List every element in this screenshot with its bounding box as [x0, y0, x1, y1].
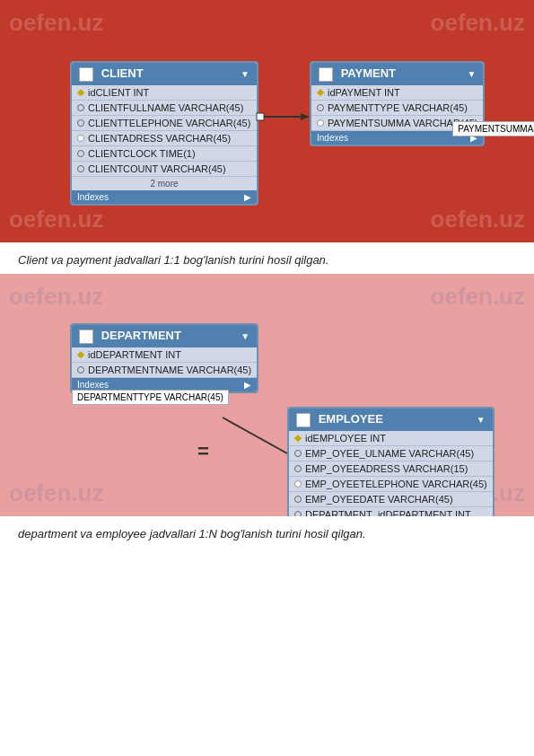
circle-icon-e4: [294, 496, 302, 503]
client-more[interactable]: 2 more: [72, 177, 257, 190]
dept-header: DEPARTMENT ▼: [72, 325, 257, 347]
client-table: CLIENT ▼ ◆ idCLIENT INT CLIENTFULLNAME V…: [70, 61, 258, 206]
client-field-name-3: CLIENTADRESS VARCHAR(45): [88, 133, 231, 144]
key-icon-d0: ◆: [77, 349, 84, 359]
circle-open-icon-e3: [294, 480, 302, 488]
emp-field-name-4: EMP_OYEEDATE VARCHAR(45): [305, 494, 453, 505]
emp-field-name-0: idEMPLOYEE INT: [305, 433, 386, 444]
watermark4: oefen.uz: [431, 206, 525, 233]
payment-arrow: ▼: [468, 69, 477, 79]
watermark2: oefen.uz: [431, 9, 525, 37]
watermark6: oefen.uz: [431, 283, 525, 311]
caption2-text: department va employee jadvallari 1:N bo…: [18, 527, 366, 541]
dept-field-name-1: DEPARTMENTNAME VARCHAR(45): [88, 365, 251, 375]
emp-field-name-2: EMP_OYEEADRESS VARCHAR(15): [305, 463, 468, 474]
emp-field-name-3: EMP_OYEETELEPHONE VARCHAR(45): [305, 479, 487, 489]
dept-field-1: DEPARTMENTNAME VARCHAR(45): [72, 363, 257, 378]
payment-table-header: PAYMENT ▼: [311, 63, 483, 85]
emp-icon: [296, 413, 311, 427]
circle-icon-2: [77, 119, 84, 127]
payment-table: PAYMENT ▼ ◆ idPAYMENT INT PAYMENTTYPE VA…: [310, 61, 485, 146]
emp-field-3: EMP_OYEETELEPHONE VARCHAR(45): [289, 477, 493, 492]
employee-table: EMPLOYEE ▼ ◆ idEMPLOYEE INT EMP_OYEE_ULN…: [287, 407, 495, 516]
payment-tooltip: PAYMENTSUMMA VARCHAR(45): [452, 121, 534, 136]
payment-field-name-1: PAYMENTTYPE VARCHAR(45): [328, 102, 468, 113]
svg-line-3: [223, 418, 287, 453]
caption2-area: department va employee jadvallari 1:N bo…: [0, 516, 534, 548]
dept-icon: [79, 330, 93, 344]
emp-header: EMPLOYEE ▼: [289, 409, 493, 431]
emp-field-name-1: EMP_OYEE_ULNAME VARCHAR(45): [305, 448, 474, 459]
circle-icon-e5: [294, 511, 302, 516]
client-field-name-4: CLIENTCLOCK TIME(1): [88, 148, 196, 159]
client-field-name-1: CLIENTFULLNAME VARCHAR(45): [88, 102, 243, 113]
circle-icon-e2: [294, 465, 302, 472]
emp-field-name-5: DEPARTMENT_idDEPARTMENT INT: [305, 509, 471, 516]
payment-field-1: PAYMENTTYPE VARCHAR(45): [311, 101, 483, 116]
svg-marker-1: [301, 113, 310, 120]
payment-field-0: ◆ idPAYMENT INT: [311, 85, 483, 101]
dept-title: DEPARTMENT: [101, 329, 181, 342]
panel1: oefen.uz oefen.uz oefen.uz oefen.uz CLIE…: [0, 0, 534, 242]
caption1-area: Client va payment jadvallari 1:1 bog'lan…: [0, 242, 534, 274]
circle-open-icon-p2: [317, 119, 324, 127]
watermark5: oefen.uz: [9, 283, 103, 311]
key-icon-p0: ◆: [317, 87, 324, 97]
dept-tooltip: DEPARTMENTTYPE VARCHAR(45): [72, 390, 229, 405]
circle-icon-1: [77, 104, 84, 111]
emp-field-4: EMP_OYEEDATE VARCHAR(45): [289, 492, 493, 507]
key-icon-0: ◆: [77, 87, 84, 97]
panel2: oefen.uz oefen.uz oefen.uz oefen.uz = DE…: [0, 274, 534, 516]
key-icon-e0: ◆: [294, 433, 302, 443]
client-field-0: ◆ idCLIENT INT: [72, 85, 257, 101]
watermark7: oefen.uz: [9, 479, 103, 507]
equal-sign: =: [197, 440, 209, 463]
client-field-name-0: idCLIENT INT: [88, 87, 149, 98]
client-field-2: CLIENTTELEPHONE VARCHAR(45): [72, 116, 257, 131]
emp-title: EMPLOYEE: [319, 412, 383, 426]
emp-field-5: DEPARTMENT_idDEPARTMENT INT: [289, 507, 493, 516]
circle-icon-p1: [317, 104, 324, 111]
emp-field-1: EMP_OYEE_ULNAME VARCHAR(45): [289, 446, 493, 462]
client-field-3: CLIENTADRESS VARCHAR(45): [72, 131, 257, 146]
payment-icon: [319, 67, 333, 82]
dept-field-name-0: idDEPARTMENT INT: [88, 349, 181, 360]
client-title: CLIENT: [101, 66, 144, 80]
client-field-name-2: CLIENTTELEPHONE VARCHAR(45): [88, 118, 250, 128]
client-field-4: CLIENTCLOCK TIME(1): [72, 146, 257, 162]
emp-field-2: EMP_OYEEADRESS VARCHAR(15): [289, 462, 493, 477]
payment-title: PAYMENT: [341, 66, 396, 80]
dept-field-0: ◆ idDEPARTMENT INT: [72, 347, 257, 363]
circle-icon-5: [77, 165, 84, 172]
dept-arrow: ▼: [241, 331, 249, 341]
client-field-1: CLIENTFULLNAME VARCHAR(45): [72, 101, 257, 116]
client-field-5: CLIENTCOUNT VARCHAR(45): [72, 162, 257, 177]
client-table-header: CLIENT ▼: [72, 63, 257, 85]
client-icon: [79, 67, 93, 82]
client-arrow: ▼: [241, 69, 249, 79]
circle-icon-e1: [294, 450, 302, 457]
emp-field-0: ◆ idEMPLOYEE INT: [289, 431, 493, 446]
client-footer-arrow: ▶: [244, 192, 251, 202]
circle-icon-d1: [77, 366, 84, 374]
client-field-name-5: CLIENTCOUNT VARCHAR(45): [88, 163, 226, 174]
circle-open-icon-3: [77, 135, 84, 142]
emp-arrow: ▼: [477, 415, 486, 425]
watermark3: oefen.uz: [9, 206, 103, 233]
watermark1: oefen.uz: [9, 9, 103, 37]
department-table: DEPARTMENT ▼ ◆ idDEPARTMENT INT DEPARTME…: [70, 323, 258, 393]
circle-icon-4: [77, 150, 84, 157]
payment-field-name-0: idPAYMENT INT: [328, 87, 400, 98]
dept-footer-arrow: ▶: [244, 380, 251, 390]
client-footer: Indexes ▶: [72, 190, 257, 204]
caption1-text: Client va payment jadvallari 1:1 bog'lan…: [18, 253, 328, 267]
